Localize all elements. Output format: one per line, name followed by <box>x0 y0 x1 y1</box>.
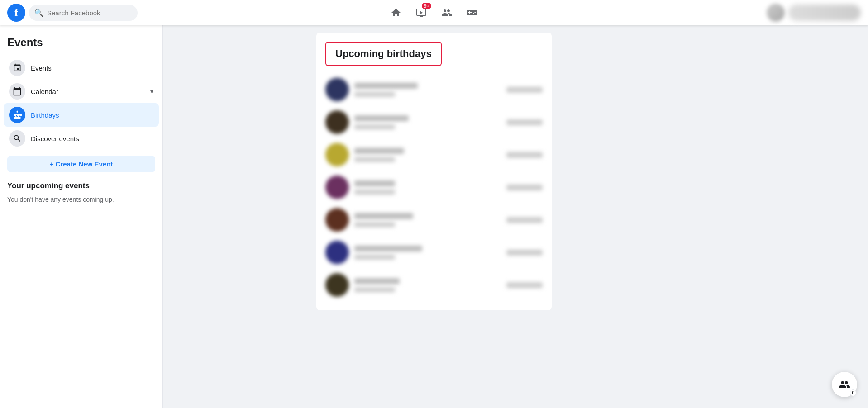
birthday-avatar <box>325 110 349 134</box>
birthday-info <box>354 83 501 97</box>
topnav-center-icons: 9+ <box>385 2 483 24</box>
facebook-logo[interactable]: f <box>7 4 25 22</box>
sidebar: Events Events Calendar ▾ Birthdays Disc <box>0 25 163 408</box>
birthday-action-blurred <box>506 185 543 190</box>
calendar-label: Calendar <box>31 88 58 95</box>
upcoming-empty-text: You don't have any events coming up. <box>7 194 155 205</box>
events-label: Events <box>31 64 52 72</box>
birthday-list-item[interactable] <box>325 236 543 269</box>
birthday-action-blurred <box>506 119 543 125</box>
birthday-sub-blurred <box>354 222 395 227</box>
birthday-sub-blurred <box>354 287 395 292</box>
top-navigation: f 🔍 9+ <box>0 0 868 25</box>
main-layout: Events Events Calendar ▾ Birthdays Disc <box>0 0 868 408</box>
birthday-avatar <box>325 241 349 264</box>
search-input[interactable] <box>47 9 132 17</box>
right-blurred-area <box>788 5 861 21</box>
birthdays-panel: Upcoming birthdays <box>316 33 552 310</box>
birthday-avatar <box>325 208 349 232</box>
main-content: Upcoming birthdays <box>163 25 705 408</box>
birthday-name-blurred <box>354 180 395 186</box>
birthday-name-blurred <box>354 213 413 219</box>
birthday-action-blurred <box>506 152 543 158</box>
create-event-button[interactable]: + Create New Event <box>7 156 155 172</box>
search-bar-container: 🔍 <box>29 5 138 21</box>
birthday-sub-blurred <box>354 190 395 195</box>
upcoming-title: Your upcoming events <box>7 181 155 190</box>
birthday-list-item[interactable] <box>325 106 543 138</box>
right-panel <box>705 25 868 408</box>
birthday-info <box>354 148 501 162</box>
birthdays-heading: Upcoming birthdays <box>335 48 432 59</box>
floating-people-button[interactable]: 0 <box>832 372 857 397</box>
birthday-avatar <box>325 78 349 101</box>
birthday-sub-blurred <box>354 124 395 129</box>
birthday-name-blurred <box>354 246 422 251</box>
topnav-left: f 🔍 <box>7 4 170 22</box>
calendar-icon <box>9 83 25 100</box>
birthday-info <box>354 278 501 292</box>
sidebar-item-calendar[interactable]: Calendar ▾ <box>4 80 159 103</box>
birthday-sub-blurred <box>354 255 395 260</box>
events-icon <box>9 60 25 76</box>
birthday-action-blurred <box>506 282 543 288</box>
topnav-right <box>698 4 861 22</box>
birthday-info <box>354 213 501 227</box>
birthday-info <box>354 115 501 129</box>
birthday-name-blurred <box>354 115 409 121</box>
calendar-chevron-icon: ▾ <box>150 88 153 95</box>
video-badge: 9+ <box>422 3 431 9</box>
birthday-list <box>325 73 543 301</box>
floating-badge: 0 <box>850 389 856 396</box>
gaming-nav-button[interactable] <box>461 2 483 24</box>
birthday-list-item[interactable] <box>325 204 543 236</box>
birthday-list-item[interactable] <box>325 171 543 204</box>
profile-avatar <box>767 4 785 22</box>
birthday-action-blurred <box>506 217 543 223</box>
birthday-name-blurred <box>354 278 400 284</box>
birthday-info <box>354 180 501 195</box>
birthday-name-blurred <box>354 148 404 154</box>
home-nav-button[interactable] <box>385 2 407 24</box>
birthday-avatar <box>325 143 349 166</box>
birthday-list-item[interactable] <box>325 73 543 106</box>
birthday-sub-blurred <box>354 92 395 97</box>
sidebar-title: Events <box>4 33 159 56</box>
discover-icon <box>9 130 25 147</box>
upcoming-section: Your upcoming events You don't have any … <box>4 178 159 207</box>
birthday-avatar <box>325 273 349 297</box>
birthdays-icon <box>9 107 25 123</box>
search-icon: 🔍 <box>34 9 43 17</box>
birthday-name-blurred <box>354 83 418 89</box>
discover-label: Discover events <box>31 135 79 142</box>
sidebar-item-birthdays[interactable]: Birthdays <box>4 103 159 127</box>
birthday-action-blurred <box>506 250 543 256</box>
birthday-sub-blurred <box>354 157 395 162</box>
video-nav-button[interactable]: 9+ <box>410 2 432 24</box>
birthday-info <box>354 246 501 260</box>
birthday-avatar <box>325 176 349 199</box>
birthdays-header-box: Upcoming birthdays <box>325 42 442 66</box>
groups-nav-button[interactable] <box>436 2 458 24</box>
sidebar-item-discover[interactable]: Discover events <box>4 127 159 150</box>
birthday-list-item[interactable] <box>325 269 543 301</box>
birthdays-label: Birthdays <box>31 111 59 119</box>
birthday-list-item[interactable] <box>325 138 543 171</box>
sidebar-item-events[interactable]: Events <box>4 56 159 80</box>
birthday-action-blurred <box>506 87 543 93</box>
